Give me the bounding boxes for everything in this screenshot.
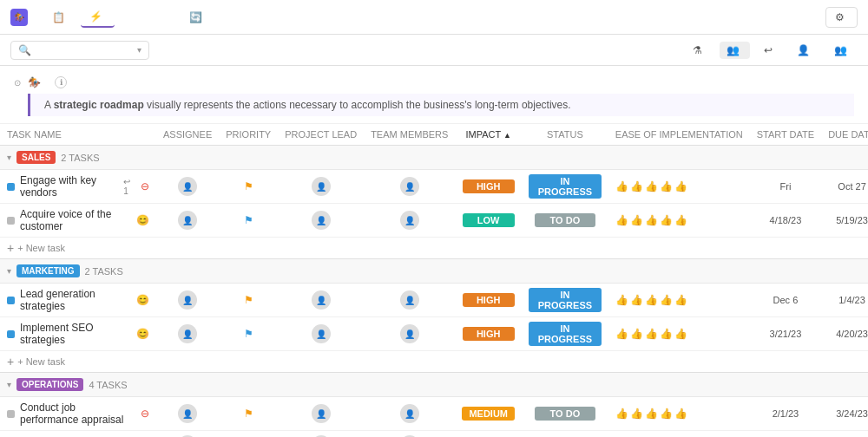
priority-cell[interactable]: ⚑ — [219, 170, 278, 204]
group-by-button[interactable]: 👥 — [720, 42, 750, 59]
collapse-icon[interactable]: ⊙ — [14, 78, 21, 88]
status-badge[interactable]: TO DO — [535, 407, 595, 421]
col-header-ease: EASE OF IMPLEMENTATION — [608, 124, 750, 146]
assignee-avatar[interactable]: 👤 — [178, 324, 197, 343]
priority-cell[interactable]: ⚑ — [219, 204, 278, 238]
tab-initiatives[interactable]: ⚡ — [81, 7, 115, 28]
priority-cell[interactable]: ⚑ — [219, 284, 278, 317]
tab-progress[interactable] — [118, 14, 135, 21]
assignee-button[interactable]: 👥 — [827, 42, 858, 59]
status-badge[interactable]: IN PROGRESS — [529, 322, 602, 346]
col-header-start: START DATE — [750, 124, 821, 146]
new-task-row-sales[interactable]: + + New task — [0, 238, 868, 259]
priority-cell[interactable]: ⚑ — [219, 317, 278, 351]
assignee-cell[interactable]: 👤 — [156, 204, 219, 238]
member-avatar[interactable]: 👤 — [400, 211, 419, 230]
status-cell[interactable]: TO DO — [522, 204, 608, 238]
start-date-cell: 5/19/23 — [750, 431, 821, 438]
search-box[interactable]: 🔍 ▾ — [10, 41, 149, 60]
members-cell[interactable]: 👤 — [364, 204, 455, 238]
new-task-icon: + — [7, 241, 14, 255]
status-cell[interactable]: IN PROGRESS — [522, 284, 608, 317]
status-badge[interactable]: TO DO — [535, 213, 595, 227]
section-cell-sales: ▾ SALES 2 TASKS — [0, 146, 868, 170]
member-avatar[interactable]: 👤 — [400, 177, 419, 196]
status-badge[interactable]: IN PROGRESS — [529, 174, 602, 199]
table-row[interactable]: Conduct job performance appraisal ⊖ 👤 ⚑ … — [0, 397, 868, 431]
task-name-cell: Implement SEO strategies 😊 — [0, 317, 156, 351]
table-row[interactable]: Lead generation strategies 😊 👤 ⚑ 👤 — [0, 284, 868, 317]
status-cell[interactable]: IN PROGRESS — [522, 317, 608, 351]
lead-avatar[interactable]: 👤 — [312, 404, 331, 423]
workload-icon: 🔄 — [189, 11, 202, 23]
status-cell[interactable]: TO DO — [522, 397, 608, 431]
lead-avatar[interactable]: 👤 — [312, 211, 331, 230]
new-task-button[interactable]: + + New task — [7, 241, 868, 255]
assignee-cell[interactable]: 👤 — [156, 431, 219, 438]
table-row[interactable]: Acquire voice of the customer 😊 👤 ⚑ 👤 — [0, 204, 868, 238]
status-badge[interactable]: IN PROGRESS — [529, 288, 602, 312]
members-cell[interactable]: 👤 — [364, 431, 455, 438]
tab-timeline[interactable] — [160, 14, 177, 21]
lead-cell[interactable]: 👤 — [278, 397, 364, 431]
member-avatar[interactable]: 👤 — [400, 324, 419, 343]
new-task-button[interactable]: + + New task — [7, 355, 868, 369]
page-logo: 🏇 — [28, 76, 41, 88]
members-cell[interactable]: 👤 — [364, 170, 455, 204]
filter-button[interactable]: ⚗ — [686, 42, 713, 59]
assignee-cell[interactable]: 👤 — [156, 170, 219, 204]
assignee-avatar[interactable]: 👤 — [178, 290, 197, 310]
lead-avatar[interactable]: 👤 — [312, 177, 331, 196]
status-cell[interactable]: TO DO — [522, 431, 608, 438]
task-name-cell: Manpower Planning 😊 — [0, 431, 156, 438]
new-task-icon: + — [7, 355, 14, 369]
section-chevron-operations[interactable]: ▾ — [7, 380, 11, 389]
member-avatar[interactable]: 👤 — [400, 290, 419, 310]
member-avatar[interactable]: 👤 — [400, 404, 419, 423]
lead-avatar[interactable]: 👤 — [312, 324, 331, 343]
new-task-row-marketing[interactable]: + + New task — [0, 351, 868, 373]
table-row[interactable]: Engage with key vendors ↩ 1⊖ 👤 ⚑ 👤 — [0, 170, 868, 204]
table-row[interactable]: Implement SEO strategies 😊 👤 ⚑ 👤 — [0, 317, 868, 351]
priority-cell[interactable]: ⚑ — [219, 431, 278, 438]
assignee-avatar[interactable]: 👤 — [178, 177, 197, 196]
lead-cell[interactable]: 👤 — [278, 170, 364, 204]
priority-cell[interactable]: ⚑ — [219, 397, 278, 431]
task-name: Engage with key vendors — [20, 174, 118, 199]
tab-icon: 📋 — [52, 11, 65, 23]
table-row[interactable]: Manpower Planning 😊 👤 ⚑ 👤 — [0, 431, 868, 438]
subtasks-button[interactable]: ↩ — [757, 42, 783, 59]
lead-cell[interactable]: 👤 — [278, 204, 364, 238]
lead-cell[interactable]: 👤 — [278, 317, 364, 351]
assignee-cell[interactable]: 👤 — [156, 284, 219, 317]
due-date-cell: 3/24/23 — [821, 397, 868, 431]
assignee-cell[interactable]: 👤 — [156, 317, 219, 351]
due-date-cell: 5/19/23 — [821, 204, 868, 238]
tab-workload[interactable]: 🔄 — [181, 8, 214, 27]
subtask-count: ↩ 1 — [123, 177, 135, 196]
add-view-btn[interactable] — [218, 14, 235, 21]
section-chevron-sales[interactable]: ▾ — [7, 153, 11, 162]
lead-cell[interactable]: 👤 — [278, 284, 364, 317]
members-cell[interactable]: 👤 — [364, 284, 455, 317]
me-button[interactable]: 👤 — [790, 42, 820, 59]
lead-cell[interactable]: 👤 — [278, 431, 364, 438]
col-header-impact[interactable]: IMPACT ▲ — [455, 124, 522, 146]
section-chevron-marketing[interactable]: ▾ — [7, 266, 11, 276]
error-icon: ⊖ — [141, 408, 149, 420]
table-body: ▾ SALES 2 TASKS Engage with key vendors … — [0, 146, 868, 438]
automate-button[interactable]: ⚙ — [825, 7, 858, 28]
members-cell[interactable]: 👤 — [364, 317, 455, 351]
members-cell[interactable]: 👤 — [364, 397, 455, 431]
status-cell[interactable]: IN PROGRESS — [522, 170, 608, 204]
due-date-cell: 4/20/23 — [821, 317, 868, 351]
tab-getting-started[interactable]: 📋 — [43, 8, 77, 27]
tab-gantt[interactable] — [139, 14, 156, 21]
search-dropdown-icon[interactable]: ▾ — [137, 45, 141, 55]
assignee-avatar[interactable]: 👤 — [178, 211, 197, 230]
impact-cell: HIGH — [455, 317, 522, 351]
assignee-cell[interactable]: 👤 — [156, 397, 219, 431]
lead-avatar[interactable]: 👤 — [312, 290, 331, 310]
assignee-avatar[interactable]: 👤 — [178, 404, 197, 423]
due-date-cell: Oct 27 — [821, 170, 868, 204]
